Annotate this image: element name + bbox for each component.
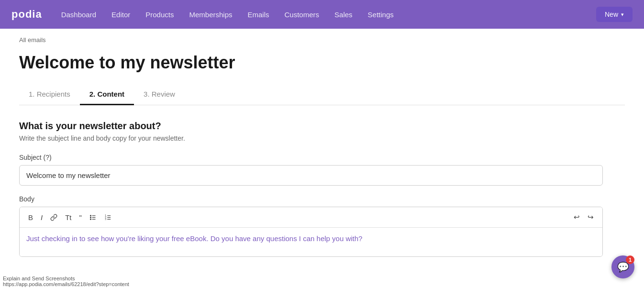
tabs: 1. Recipients 2. Content 3. Review: [19, 84, 625, 105]
nav-editor[interactable]: Editor: [111, 11, 130, 19]
nav-products[interactable]: Products: [145, 11, 174, 19]
undo-button[interactable]: ↩: [571, 211, 583, 223]
nav-dashboard[interactable]: Dashboard: [61, 11, 96, 19]
nav-emails[interactable]: Emails: [247, 11, 269, 19]
chat-bubble[interactable]: 💬 1: [611, 255, 634, 266]
logo: podia: [11, 8, 42, 21]
body-text: Just checking in to see how you're likin…: [26, 234, 596, 243]
svg-text:3: 3: [105, 217, 106, 220]
link-button[interactable]: [47, 212, 60, 223]
new-button-label: New: [605, 11, 618, 18]
svg-point-4: [90, 217, 91, 218]
subject-label: Subject (?): [19, 154, 603, 161]
chevron-down-icon: ▾: [621, 11, 624, 18]
bullet-list-button[interactable]: [87, 212, 100, 223]
new-button[interactable]: New ▾: [596, 7, 633, 22]
page-title: Welcome to my newsletter: [19, 53, 625, 73]
section-heading: What is your newsletter about?: [19, 121, 603, 132]
breadcrumb-text[interactable]: All emails: [19, 36, 46, 44]
nav-links: Dashboard Editor Products Memberships Em…: [61, 11, 596, 19]
content-area: What is your newsletter about? Write the…: [0, 105, 622, 257]
text-style-button[interactable]: Tt: [62, 211, 74, 223]
nav-right: New ▾: [596, 7, 633, 22]
subject-input[interactable]: [19, 165, 603, 186]
svg-point-5: [90, 219, 91, 220]
nav-sales[interactable]: Sales: [334, 11, 353, 19]
quote-button[interactable]: ": [77, 211, 85, 223]
nav-customers[interactable]: Customers: [285, 11, 320, 19]
chat-badge: 1: [626, 255, 634, 264]
body-field-group: Body B I Tt " 123 ↩ ↪: [19, 195, 603, 257]
body-label: Body: [19, 195, 603, 203]
svg-point-3: [90, 215, 91, 216]
toolbar-history: ↩ ↪: [571, 211, 597, 223]
ordered-list-button[interactable]: 123: [101, 212, 114, 223]
editor-toolbar: B I Tt " 123 ↩ ↪: [20, 207, 602, 228]
bold-button[interactable]: B: [25, 211, 36, 223]
subject-field-group: Subject (?): [19, 154, 603, 186]
nav-settings[interactable]: Settings: [368, 11, 394, 19]
navbar: podia Dashboard Editor Products Membersh…: [0, 0, 644, 29]
editor-body[interactable]: Just checking in to see how you're likin…: [20, 228, 602, 256]
page-title-area: Welcome to my newsletter: [0, 44, 644, 73]
tab-content[interactable]: 2. Content: [80, 84, 134, 105]
tab-recipients[interactable]: 1. Recipients: [19, 84, 80, 105]
body-editor: B I Tt " 123 ↩ ↪ Just: [19, 207, 603, 257]
nav-memberships[interactable]: Memberships: [189, 11, 232, 19]
tabs-area: 1. Recipients 2. Content 3. Review: [0, 73, 644, 105]
section-description: Write the subject line and body copy for…: [19, 134, 603, 142]
tab-review[interactable]: 3. Review: [134, 84, 185, 105]
italic-button[interactable]: I: [38, 211, 45, 223]
breadcrumb: All emails: [0, 29, 644, 44]
redo-button[interactable]: ↪: [585, 211, 597, 223]
